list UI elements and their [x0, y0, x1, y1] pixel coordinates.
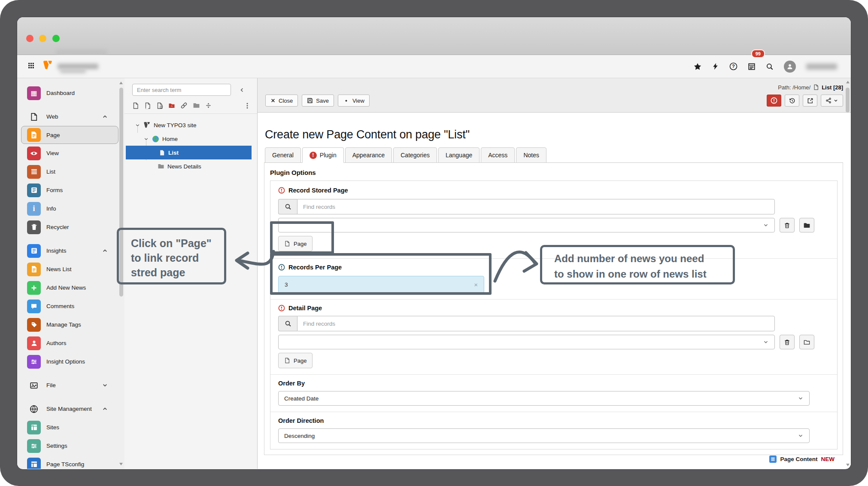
sidebar-section-insights[interactable]: Insights: [17, 241, 124, 260]
sidebar-scrollbar[interactable]: [118, 81, 124, 466]
tab-access[interactable]: Access: [481, 147, 515, 163]
filter-icon[interactable]: [205, 102, 212, 109]
breadcrumb-record[interactable]: List [28]: [822, 84, 843, 91]
sidebar-item-manage-tags[interactable]: Manage Tags: [17, 315, 124, 334]
tree-node-root[interactable]: New TYPO3 site: [124, 118, 257, 132]
plus-icon: [27, 281, 41, 295]
delete-record-button[interactable]: [780, 335, 795, 349]
search-icon-button[interactable]: [278, 316, 297, 331]
record-stored-page-page-button[interactable]: Page: [278, 236, 313, 251]
sidebar-section-file[interactable]: File: [17, 376, 124, 394]
new-shortcut-page-icon[interactable]: [156, 102, 163, 109]
minimize-window-button[interactable]: [39, 35, 46, 42]
tree-node-news-details[interactable]: News Details: [124, 159, 257, 173]
scroll-up-icon[interactable]: [846, 81, 850, 83]
sidebar-item-comments[interactable]: Comments: [17, 297, 124, 315]
detail-page-page-button[interactable]: Page: [278, 353, 313, 368]
sidebar-item-info[interactable]: i Info: [17, 199, 124, 218]
chevron-down-icon: [798, 433, 804, 439]
scroll-down-icon[interactable]: [846, 464, 850, 466]
typo3-logo-icon[interactable]: [42, 60, 53, 73]
detail-page-select[interactable]: [278, 335, 775, 349]
bookmark-star-icon[interactable]: [694, 63, 701, 70]
layout-icon: [27, 458, 41, 469]
link-icon[interactable]: [180, 102, 188, 109]
content-area: Path: /Home/ List [28] Close Save: [258, 78, 851, 469]
detail-page-search-input[interactable]: [297, 316, 775, 331]
plugin-options-fieldset: Record Stored Page: [270, 180, 838, 449]
blurred-site-name: [58, 64, 98, 69]
content-scrollbar[interactable]: [845, 80, 850, 467]
tab-language[interactable]: Language: [438, 147, 480, 163]
user-avatar[interactable]: [784, 61, 796, 73]
tree-toolbar: [124, 96, 257, 114]
sidebar-item-insight-options[interactable]: Insight Options: [17, 352, 124, 371]
field-order-direction: Order Direction Descending: [270, 412, 837, 449]
chevron-up-icon: [102, 248, 108, 254]
new-page-users-icon[interactable]: [144, 102, 151, 109]
tab-appearance[interactable]: Appearance: [345, 147, 392, 163]
sidebar-item-list[interactable]: List: [17, 162, 124, 181]
search-icon-button[interactable]: [278, 199, 297, 214]
sidebar-item-view[interactable]: View: [17, 144, 124, 162]
browse-records-button[interactable]: [799, 335, 814, 349]
sidebar-item-dashboard[interactable]: ▦ Dashboard: [17, 84, 124, 102]
tab-notes[interactable]: Notes: [516, 147, 546, 163]
module-menu-icon[interactable]: [27, 62, 35, 71]
sidebar-item-add-new-news[interactable]: Add New News: [17, 278, 124, 297]
tree-search-input[interactable]: [132, 84, 231, 96]
scroll-down-icon[interactable]: [119, 463, 123, 465]
content-scrollbar-thumb[interactable]: [846, 88, 850, 113]
save-button[interactable]: Save: [302, 95, 334, 107]
chevron-down-icon: [763, 222, 769, 228]
new-page-icon[interactable]: [132, 102, 139, 109]
tab-categories[interactable]: Categories: [393, 147, 437, 163]
page-tree-panel: New TYPO3 site Home List News Details: [124, 78, 258, 469]
error-status-button[interactable]: [767, 95, 781, 107]
record-stored-page-select[interactable]: [278, 218, 775, 232]
image-icon: [27, 381, 41, 390]
history-button[interactable]: [785, 95, 799, 107]
new-mount-page-icon[interactable]: [168, 102, 175, 109]
view-button[interactable]: View: [338, 95, 370, 107]
close-window-button[interactable]: [26, 35, 33, 42]
tab-plugin[interactable]: !Plugin: [302, 147, 344, 163]
records-per-page-input[interactable]: 3 ×: [278, 276, 484, 293]
close-button[interactable]: Close: [265, 95, 298, 107]
sidebar-item-settings[interactable]: Settings: [17, 437, 124, 455]
zoom-window-button[interactable]: [52, 35, 60, 42]
sidebar-section-site-management[interactable]: Site Management: [17, 400, 124, 418]
help-icon[interactable]: [729, 62, 737, 70]
sidebar-section-web[interactable]: Web: [17, 107, 124, 126]
collapse-tree-icon[interactable]: [239, 87, 245, 93]
order-direction-select[interactable]: Descending: [278, 428, 810, 443]
sidebar-item-news-list[interactable]: News List: [17, 260, 124, 278]
module-sidebar: ▦ Dashboard Web Page View List: [17, 78, 124, 469]
kebab-menu-icon[interactable]: [244, 102, 250, 109]
delete-record-button[interactable]: [780, 218, 795, 232]
scroll-up-icon[interactable]: [119, 82, 123, 84]
sidebar-item-page-tsconfig[interactable]: Page TSconfig: [17, 455, 124, 469]
sidebar-item-authors[interactable]: Authors: [17, 334, 124, 352]
breadcrumb-path: Path: /Home/: [778, 84, 810, 91]
sidebar-item-sites[interactable]: Sites: [17, 418, 124, 437]
folder-icon[interactable]: [193, 102, 200, 109]
chevron-down-icon: [833, 98, 838, 103]
browse-records-button[interactable]: [799, 218, 814, 232]
clear-cache-bolt-icon[interactable]: [712, 63, 719, 70]
sidebar-item-forms[interactable]: Forms: [17, 181, 124, 199]
record-stored-page-search-input[interactable]: [297, 199, 775, 214]
share-button[interactable]: [821, 95, 843, 107]
user-icon: [27, 336, 41, 350]
sidebar-item-page[interactable]: Page: [21, 126, 118, 144]
clear-input-icon[interactable]: ×: [474, 281, 478, 288]
notifications-icon[interactable]: [748, 63, 756, 70]
sidebar-item-recycler[interactable]: Recycler: [17, 218, 124, 236]
tab-general[interactable]: General: [265, 147, 301, 163]
open-new-window-button[interactable]: [803, 95, 817, 107]
tree-node-home[interactable]: Home: [124, 132, 257, 146]
sidebar-scrollbar-thumb[interactable]: [119, 88, 123, 296]
tree-node-list[interactable]: List: [126, 146, 252, 159]
search-icon[interactable]: [766, 63, 774, 70]
order-by-select[interactable]: Created Date: [278, 391, 810, 406]
